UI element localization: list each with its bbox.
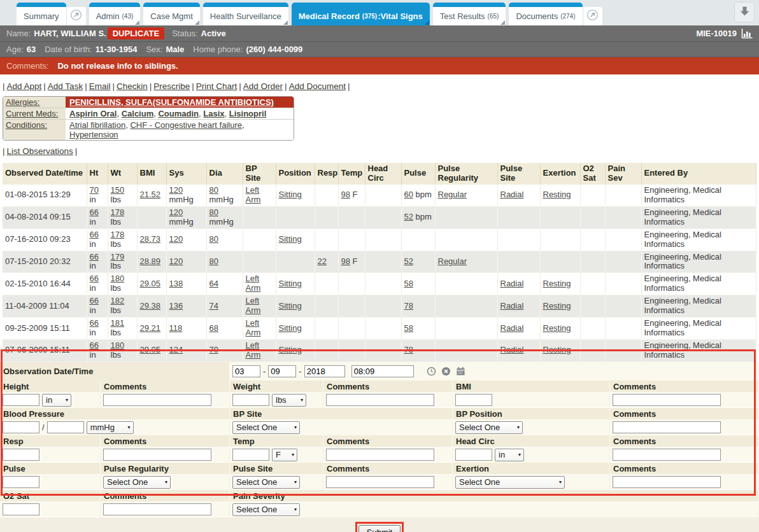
obs-value-link[interactable]: 178	[111, 207, 125, 217]
obs-value-link[interactable]: 138	[169, 279, 183, 288]
comments-input[interactable]	[103, 449, 211, 461]
obs-value-link[interactable]: Sitting	[279, 190, 302, 199]
clear-icon[interactable]	[441, 367, 451, 376]
obs-value-link[interactable]: Resting	[543, 301, 571, 311]
obs-value-link[interactable]: Regular	[438, 190, 467, 199]
pain-severity-select[interactable]: Select One▾	[232, 503, 300, 516]
obs-value-link[interactable]: Radial	[500, 323, 524, 333]
obs-value-link[interactable]: 58	[404, 323, 413, 333]
obs-value-link[interactable]: 28.73	[140, 234, 161, 244]
comments-input[interactable]	[326, 476, 434, 488]
obs-value-link[interactable]: Sitting	[279, 323, 302, 333]
bar-chart-icon[interactable]	[741, 29, 753, 39]
obs-value-link[interactable]: 120	[169, 234, 183, 244]
tab-documents[interactable]: Documents(274)	[509, 3, 582, 25]
condition-link[interactable]: Atrial fibrillation	[69, 120, 125, 130]
obs-value-link[interactable]: 52	[404, 256, 413, 266]
obs-value-link[interactable]: Sitting	[279, 234, 302, 244]
day-input[interactable]	[268, 365, 296, 377]
obs-value-link[interactable]: 124	[169, 345, 183, 354]
obs-value-link[interactable]: 29.05	[140, 345, 161, 354]
obs-value-link[interactable]: Left Arm	[246, 340, 261, 360]
obs-value-link[interactable]: Sitting	[279, 345, 302, 354]
obs-value-link[interactable]: 52	[404, 212, 413, 221]
height-input[interactable]	[3, 394, 39, 406]
diastolic-input[interactable]	[47, 421, 84, 433]
bp-site-select[interactable]: Select One▾	[232, 421, 300, 434]
time-input[interactable]	[351, 365, 414, 377]
pulse-input[interactable]	[3, 476, 39, 488]
obs-value-link[interactable]: 74	[209, 301, 218, 311]
obs-value-link[interactable]: 66	[90, 230, 99, 239]
duplicate-badge[interactable]: DUPLICATE	[108, 27, 164, 39]
list-observations-link[interactable]: List Observations	[7, 146, 73, 156]
comments-input[interactable]	[103, 503, 211, 515]
current-meds-label-link[interactable]: Current Meds:	[6, 109, 58, 118]
tab-test-results[interactable]: Test Results(65)	[433, 3, 506, 25]
obs-value-link[interactable]: 58	[404, 279, 413, 288]
weight-input[interactable]	[232, 394, 269, 406]
obs-value-link[interactable]: 120	[169, 207, 183, 217]
comments-input[interactable]	[613, 421, 721, 433]
obs-value-link[interactable]: 21.52	[140, 190, 161, 199]
obs-value-link[interactable]: 150	[111, 185, 125, 195]
weight-unit-select[interactable]: lbs▾	[272, 394, 306, 407]
calendar-icon[interactable]	[456, 367, 465, 376]
resp-input[interactable]	[3, 449, 39, 461]
med-link[interactable]: Calcium	[122, 109, 154, 118]
obs-value-link[interactable]: Radial	[500, 345, 524, 354]
obs-value-link[interactable]: 120	[169, 256, 183, 266]
obs-value-link[interactable]: 182	[111, 296, 125, 305]
conditions-label-link[interactable]: Conditions:	[6, 120, 47, 130]
head-circ-unit-select[interactable]: in▾	[495, 449, 524, 461]
med-link[interactable]: Lisinopril	[229, 109, 267, 118]
obs-value-link[interactable]: Left Arm	[246, 318, 261, 337]
obs-value-link[interactable]: 66	[90, 296, 99, 305]
condition-link[interactable]: Hypertension	[69, 130, 118, 139]
submit-button[interactable]: Submit	[358, 525, 401, 532]
action-link-add-task[interactable]: Add Task	[48, 81, 83, 91]
obs-value-link[interactable]: Radial	[500, 279, 524, 288]
height-unit-select[interactable]: in▾	[42, 394, 71, 407]
obs-value-link[interactable]: 28.89	[140, 256, 161, 266]
tab-health-surveillance[interactable]: Health Surveillance	[203, 3, 288, 25]
action-link-email[interactable]: Email	[89, 81, 111, 91]
obs-value-link[interactable]: Sitting	[279, 301, 302, 311]
temp-input[interactable]	[232, 449, 269, 461]
obs-value-link[interactable]: 80	[209, 185, 218, 195]
obs-value-link[interactable]: 60	[404, 190, 413, 199]
obs-value-link[interactable]: 180	[111, 274, 125, 283]
download-button[interactable]	[734, 2, 755, 22]
obs-value-link[interactable]: 120	[169, 185, 183, 195]
obs-value-link[interactable]: 29.05	[140, 279, 161, 288]
obs-value-link[interactable]: Sitting	[279, 279, 302, 288]
comments-input[interactable]	[326, 449, 434, 461]
obs-value-link[interactable]: 66	[90, 252, 99, 262]
action-link-add-order[interactable]: Add Order	[243, 81, 283, 91]
obs-value-link[interactable]: 66	[90, 318, 99, 328]
obs-value-link[interactable]: Resting	[543, 323, 571, 333]
o2-sat-input[interactable]	[3, 503, 39, 515]
tab-admin[interactable]: Admin(43)	[89, 3, 141, 25]
obs-value-link[interactable]: 29.21	[140, 323, 161, 333]
obs-value-link[interactable]: 98	[341, 190, 350, 199]
obs-value-link[interactable]: 136	[169, 301, 183, 311]
obs-value-link[interactable]: 78	[404, 301, 413, 311]
obs-value-link[interactable]: 98	[341, 256, 350, 266]
action-link-checkin[interactable]: Checkin	[117, 81, 148, 91]
obs-value-link[interactable]: Left Arm	[246, 185, 261, 204]
obs-value-link[interactable]: 179	[111, 252, 125, 262]
tab-medical-record[interactable]: Medical Record(375):Vital Signs	[292, 3, 430, 25]
obs-value-link[interactable]: 178	[111, 230, 125, 239]
condition-link[interactable]: CHF - Congestive heart failure	[130, 120, 242, 130]
obs-value-link[interactable]: 80	[209, 234, 218, 244]
year-input[interactable]	[304, 365, 345, 377]
obs-value-link[interactable]: 70	[90, 185, 99, 195]
month-input[interactable]	[232, 365, 260, 377]
pulse-regularity-select[interactable]: Select One▾	[103, 476, 171, 489]
obs-value-link[interactable]: Radial	[500, 301, 524, 311]
obs-value-link[interactable]: Left Arm	[246, 274, 261, 293]
comments-input[interactable]	[103, 394, 211, 406]
pulse-site-select[interactable]: Select One▾	[232, 476, 300, 489]
obs-value-link[interactable]: 70	[209, 345, 218, 354]
